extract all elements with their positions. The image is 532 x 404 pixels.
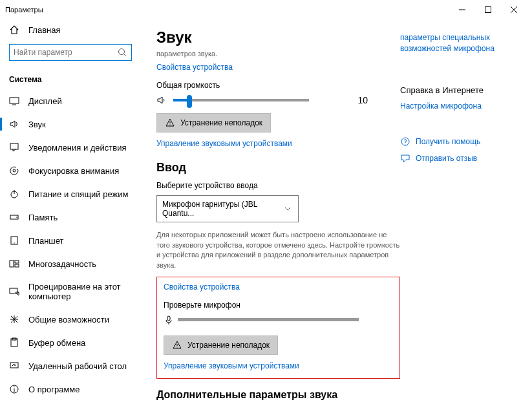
accessibility-mic-link[interactable]: параметры специальных возможностей микро… [400, 32, 516, 54]
svg-point-15 [14, 242, 14, 243]
help-heading: Справка в Интернете [400, 85, 516, 95]
svg-rect-17 [15, 260, 19, 263]
sidebar-item-focus[interactable]: Фокусировка внимания [0, 159, 141, 182]
svg-point-4 [119, 49, 125, 55]
svg-point-35 [176, 346, 177, 347]
home-button[interactable]: Главная [0, 19, 141, 40]
sidebar-heading: Система [0, 70, 141, 89]
help-icon [400, 136, 410, 147]
sidebar: Главная Система Дисплей Звук Уведомления… [0, 19, 141, 404]
sidebar-item-shared[interactable]: Общие возможности [0, 308, 141, 331]
sidebar-item-label: Память [28, 213, 58, 222]
volume-slider[interactable] [173, 99, 309, 101]
svg-rect-8 [10, 144, 18, 149]
sidebar-item-label: Общие возможности [28, 315, 109, 324]
truncated-intro-text: параметров звука. [156, 49, 400, 59]
multitask-icon [9, 259, 19, 269]
sidebar-item-storage[interactable]: Память [0, 206, 141, 229]
sidebar-item-label: Звук [28, 120, 46, 129]
svg-line-5 [124, 54, 127, 57]
manage-input-devices-link[interactable]: Управление звуковыми устройствами [164, 361, 393, 370]
tablet-icon [9, 235, 19, 246]
search-box[interactable] [9, 44, 132, 61]
warning-icon [172, 340, 182, 350]
power-icon [9, 189, 19, 199]
svg-point-43 [405, 144, 405, 144]
microphone-icon [164, 315, 174, 325]
sidebar-item-label: Дисплей [28, 96, 62, 106]
sidebar-item-clipboard[interactable]: Буфер обмена [0, 331, 141, 354]
check-mic-label: Проверьте микрофон [164, 301, 393, 310]
mic-setup-link[interactable]: Настройка микрофона [400, 101, 516, 111]
svg-rect-1 [485, 7, 491, 13]
sidebar-item-about[interactable]: О программе [0, 377, 141, 401]
svg-rect-6 [10, 98, 19, 103]
sidebar-item-label: Проецирование на этот компьютер [28, 282, 132, 301]
feedback-icon [400, 153, 410, 164]
troubleshoot-label: Устранение неполадок [180, 118, 262, 127]
feedback-link[interactable]: Отправить отзыв [416, 154, 477, 163]
svg-rect-16 [10, 260, 14, 267]
svg-point-31 [169, 125, 170, 125]
sidebar-item-notifications[interactable]: Уведомления и действия [0, 136, 141, 159]
clipboard-icon [9, 337, 19, 348]
focus-icon [9, 165, 19, 176]
sidebar-item-power[interactable]: Питание и спящий режим [0, 182, 141, 206]
sidebar-item-tablet[interactable]: Планшет [0, 229, 141, 252]
get-help-link[interactable]: Получить помощь [416, 137, 480, 146]
maximize-button[interactable] [475, 1, 501, 19]
sidebar-item-multitask[interactable]: Многозадачность [0, 252, 141, 275]
home-icon [9, 25, 19, 35]
about-icon [9, 384, 19, 394]
remote-icon [9, 361, 19, 371]
sidebar-item-label: Питание и спящий режим [28, 189, 128, 199]
troubleshoot-input-button[interactable]: Устранение неполадок [164, 335, 278, 355]
display-icon [9, 96, 19, 106]
notifications-icon [9, 142, 19, 153]
sidebar-item-label: Уведомления и действия [28, 143, 127, 153]
sidebar-item-label: Многозадачность [28, 259, 96, 269]
overall-volume-label: Общая громкость [156, 81, 400, 90]
manage-output-devices-link[interactable]: Управление звуковыми устройствами [156, 139, 400, 148]
close-button[interactable] [501, 1, 527, 19]
warning-icon [165, 118, 175, 128]
device-properties-link[interactable]: Свойства устройства [156, 63, 400, 72]
storage-icon [9, 212, 19, 222]
sound-icon [9, 119, 19, 129]
window-title: Параметры [5, 6, 43, 14]
svg-point-9 [13, 169, 16, 172]
svg-point-13 [16, 217, 17, 218]
sidebar-item-label: Фокусировка внимания [28, 166, 119, 176]
input-device-dropdown[interactable]: Микрофон гарнитуры (JBL Quantu... [156, 195, 299, 222]
sidebar-item-label: О программе [28, 385, 80, 394]
svg-rect-32 [167, 316, 170, 321]
sidebar-item-label: Планшет [28, 236, 64, 246]
chevron-down-icon [282, 204, 293, 214]
minimize-button[interactable] [449, 1, 475, 19]
page-title: Звук [156, 28, 400, 47]
sidebar-item-label: Удаленный рабочий стол [28, 361, 127, 371]
sidebar-item-label: Буфер обмена [28, 338, 85, 348]
speaker-icon[interactable] [156, 95, 167, 105]
input-device-properties-link[interactable]: Свойства устройства [164, 282, 393, 292]
svg-rect-18 [15, 264, 19, 267]
troubleshoot-label: Устранение неполадок [187, 341, 270, 350]
projecting-icon [9, 286, 19, 297]
advanced-heading: Дополнительные параметры звука [156, 389, 400, 401]
search-input[interactable] [14, 48, 117, 57]
volume-value: 10 [357, 95, 368, 105]
sidebar-item-sound[interactable]: Звук [0, 112, 141, 136]
troubleshoot-output-button[interactable]: Устранение неполадок [156, 113, 271, 133]
sidebar-item-remote[interactable]: Удаленный рабочий стол [0, 354, 141, 377]
search-icon [117, 47, 127, 58]
sidebar-item-projecting[interactable]: Проецирование на этот компьютер [0, 275, 141, 308]
input-device-selected: Микрофон гарнитуры (JBL Quantu... [162, 200, 282, 218]
highlight-box: Свойства устройства Проверьте микрофон У… [156, 277, 400, 379]
input-select-label: Выберите устройство ввода [156, 181, 400, 190]
home-label: Главная [28, 25, 60, 35]
input-note: Для некоторых приложений может быть наст… [156, 230, 400, 270]
input-heading: Ввод [156, 161, 400, 175]
shared-icon [9, 314, 19, 324]
mic-level-bar [178, 318, 359, 321]
sidebar-item-display[interactable]: Дисплей [0, 89, 141, 112]
